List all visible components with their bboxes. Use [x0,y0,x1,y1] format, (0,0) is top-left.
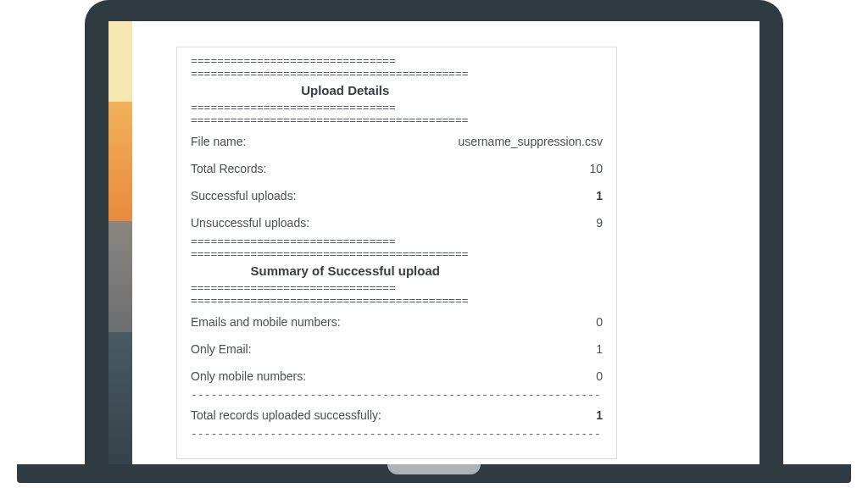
row-only-email: Only Email: 1 [191,336,603,363]
value: 1 [596,342,603,356]
value: 0 [596,369,603,383]
divider: ========================================… [191,115,500,128]
label: Successful uploads: [191,189,596,202]
divider: =============================== [191,236,430,249]
divider: =============================== [191,56,430,69]
row-total-records: Total Records: 10 [191,155,603,182]
label: Total Records: [191,162,589,175]
label: File name: [191,135,459,148]
row-only-mobile: Only mobile numbers: 0 [191,363,603,390]
section-title-summary: Summary of Successful upload [191,262,500,283]
value: 10 [589,162,603,175]
divider-dotted: ----------------------------------------… [191,390,603,402]
label: Only mobile numbers: [191,369,596,383]
divider-dotted: ----------------------------------------… [191,429,603,441]
desktop-wallpaper [108,21,132,466]
divider: =============================== [191,283,430,296]
value: 9 [596,216,603,230]
row-unsuccessful-uploads: Unsuccessful uploads: 9 [191,209,603,236]
row-total-uploaded: Total records uploaded successfully: 1 [191,402,603,429]
divider: ========================================… [191,296,500,308]
divider: ========================================… [191,249,500,262]
section-title-upload-details: Upload Details [191,81,500,103]
row-successful-uploads: Successful uploads: 1 [191,182,603,209]
value: username_suppression.csv [459,135,603,148]
laptop-frame: =============================== ========… [85,0,783,466]
row-emails-and-mobile: Emails and mobile numbers: 0 [191,308,603,336]
divider: ========================================… [191,69,500,81]
label: Emails and mobile numbers: [191,315,596,329]
row-file-name: File name: username_suppression.csv [191,128,603,155]
upload-report-panel: =============================== ========… [176,47,617,459]
label: Total records uploaded successfully: [191,408,596,422]
value: 0 [596,315,603,329]
label: Only Email: [191,342,596,356]
divider: =============================== [191,103,430,115]
value: 1 [596,408,603,422]
value: 1 [596,189,603,202]
label: Unsuccessful uploads: [191,216,596,230]
screen: =============================== ========… [108,21,760,466]
laptop-notch [387,464,481,474]
